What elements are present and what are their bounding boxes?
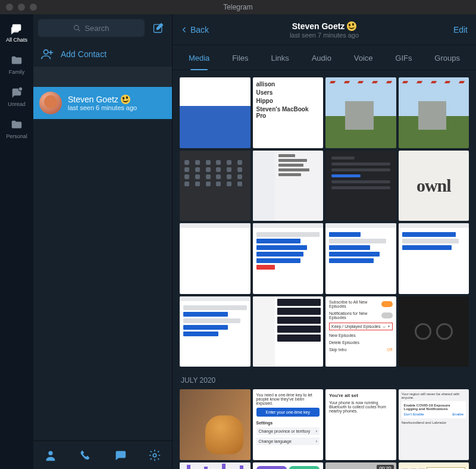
media-thumb[interactable] xyxy=(399,223,469,294)
rail-unread[interactable]: Unread xyxy=(8,86,26,107)
svg-point-2 xyxy=(74,25,79,30)
media-thumb[interactable]: Your region will never be shared with an… xyxy=(399,389,469,460)
tab-files[interactable]: Files xyxy=(228,54,252,70)
media-thumb[interactable]: Looking for exposures. Looking for expos… xyxy=(253,462,324,470)
app-title: Telegram xyxy=(0,3,476,11)
section-header: JULY 2020 xyxy=(181,376,469,384)
back-label: Back xyxy=(190,25,209,35)
media-grid: allison Users Hippo Steven's MacBook Pro… xyxy=(180,77,469,367)
svg-point-5 xyxy=(44,50,48,54)
contacts-tab-button[interactable] xyxy=(44,449,57,462)
chat-list-panel: Search Add Contact Steven Goetz last see… xyxy=(33,14,173,469)
chat-row-steven[interactable]: Steven Goetz last seen 6 minutes ago xyxy=(33,87,172,119)
rofl-emoji-icon xyxy=(347,21,356,31)
unread-icon xyxy=(10,86,24,100)
media-thumb[interactable] xyxy=(325,77,396,148)
media-grid-july: You need a one-time key to let people kn… xyxy=(180,389,469,469)
tab-audio[interactable]: Audio xyxy=(308,54,335,70)
video-duration: 00:20 xyxy=(377,465,393,470)
rail-label: All Chats xyxy=(6,37,27,43)
media-thumb[interactable] xyxy=(180,151,250,221)
add-contact-label: Add Contact xyxy=(61,49,107,59)
tab-groups[interactable]: Groups xyxy=(431,54,464,70)
media-thumb[interactable]: You need a one-time key to let people kn… xyxy=(253,389,324,460)
tab-media[interactable]: Media xyxy=(185,54,213,70)
media-thumb[interactable] xyxy=(399,296,469,367)
header-name: Steven Goetz xyxy=(292,21,357,31)
edit-button[interactable]: Edit xyxy=(453,25,468,35)
compose-icon xyxy=(152,22,164,34)
media-tabs: Media Files Links Audio Voice GIFs Group… xyxy=(173,45,476,70)
media-thumb[interactable] xyxy=(325,151,396,221)
media-thumb[interactable]: Subscribe to All New Episodes Notificati… xyxy=(325,296,396,367)
avatar xyxy=(39,92,62,114)
chat-bubble-icon xyxy=(114,449,127,462)
rail-label: Unread xyxy=(8,101,26,107)
chat-subtitle: last seen 6 minutes ago xyxy=(68,104,137,111)
media-thumb[interactable]: ownl xyxy=(399,151,469,221)
media-thumb[interactable]: The app will now ask your permission All… xyxy=(180,462,250,470)
chats-icon xyxy=(10,21,24,36)
header-subtitle: last seen 7 minutes ago xyxy=(173,32,476,39)
media-thumb[interactable] xyxy=(253,151,324,221)
person-icon xyxy=(44,449,57,462)
rail-all-chats[interactable]: All Chats xyxy=(6,21,27,43)
tab-voice[interactable]: Voice xyxy=(350,54,377,70)
rofl-emoji-icon xyxy=(121,95,130,104)
chevron-left-icon xyxy=(181,26,188,33)
svg-point-8 xyxy=(48,451,52,455)
chat-name: Steven Goetz xyxy=(68,95,137,104)
media-thumb[interactable]: allison Users Hippo Steven's MacBook Pro xyxy=(253,77,324,148)
empty-chat-row xyxy=(33,67,172,87)
search-icon xyxy=(73,24,81,32)
profile-media-panel: Back Steven Goetz last seen 7 minutes ag… xyxy=(173,14,476,469)
toggle-icon xyxy=(381,301,393,307)
rail-label: Family xyxy=(9,69,25,75)
list-bottom-bar xyxy=(33,440,172,469)
rail-personal[interactable]: Personal xyxy=(6,118,27,139)
search-input[interactable]: Search xyxy=(38,19,145,37)
calls-tab-button[interactable] xyxy=(79,449,92,462)
chats-tab-button[interactable] xyxy=(114,449,127,462)
profile-header: Back Steven Goetz last seen 7 minutes ag… xyxy=(173,14,476,45)
rail-label: Personal xyxy=(6,133,27,139)
media-thumb[interactable] xyxy=(180,223,250,294)
inner-button: Enter your one-time key xyxy=(256,408,320,417)
tab-gifs[interactable]: GIFs xyxy=(392,54,415,70)
media-thumb[interactable] xyxy=(180,389,250,460)
svg-point-1 xyxy=(19,87,22,91)
window-titlebar: Telegram xyxy=(0,0,476,14)
gear-icon xyxy=(148,449,161,462)
svg-point-9 xyxy=(153,454,156,457)
media-thumb[interactable] xyxy=(399,462,469,470)
settings-tab-button[interactable] xyxy=(148,449,161,462)
folder-rail: All Chats Family Unread Personal xyxy=(0,14,33,469)
phone-icon xyxy=(79,449,91,461)
media-thumb[interactable] xyxy=(180,296,250,367)
folder-icon xyxy=(10,118,24,132)
media-thumb-video[interactable]: 00:20 xyxy=(325,462,396,470)
search-placeholder: Search xyxy=(84,24,109,33)
media-thumb[interactable]: You're all set Your phone is now running… xyxy=(325,389,396,460)
compose-button[interactable] xyxy=(149,19,167,37)
add-contact-button[interactable]: Add Contact xyxy=(33,42,172,67)
tab-links[interactable]: Links xyxy=(267,54,292,70)
media-thumb[interactable] xyxy=(253,296,324,367)
back-button[interactable]: Back xyxy=(181,25,209,35)
add-contact-icon xyxy=(40,48,54,61)
svg-line-3 xyxy=(79,29,80,31)
media-thumb[interactable] xyxy=(180,77,250,148)
toggle-icon xyxy=(381,312,393,318)
media-thumb[interactable] xyxy=(253,223,324,294)
media-thumb[interactable] xyxy=(325,223,396,294)
rail-family[interactable]: Family xyxy=(9,54,25,75)
media-scroll[interactable]: allison Users Hippo Steven's MacBook Pro… xyxy=(173,70,476,469)
media-thumb[interactable] xyxy=(399,77,469,148)
folder-icon xyxy=(10,54,24,68)
